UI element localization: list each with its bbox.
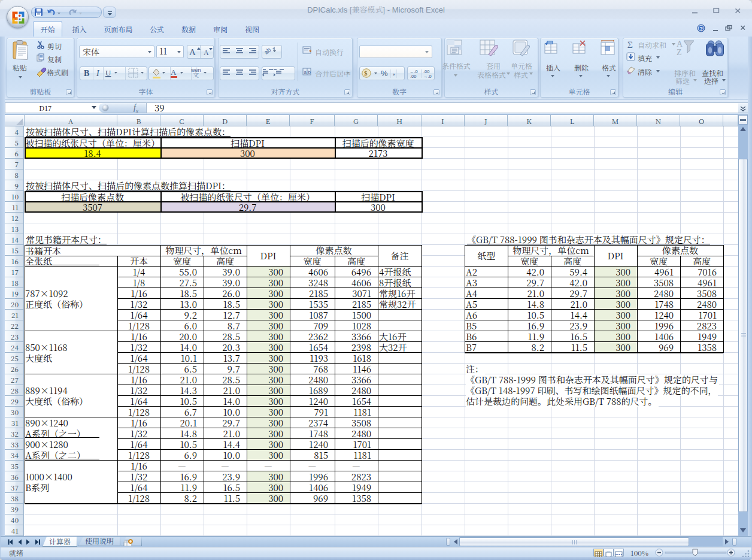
- svg-text:文: 文: [193, 70, 199, 79]
- svg-text:,: ,: [393, 67, 395, 77]
- svg-text:B: B: [84, 69, 89, 78]
- svg-text:b: b: [308, 69, 311, 75]
- svg-text:ab: ab: [263, 46, 272, 56]
- svg-text:A: A: [189, 47, 196, 57]
- svg-text:.00: .00: [410, 74, 416, 79]
- svg-text:A: A: [171, 68, 177, 77]
- svg-text:U: U: [105, 68, 111, 77]
- svg-text:A: A: [677, 40, 683, 49]
- svg-text:?: ?: [699, 26, 703, 32]
- svg-text:%: %: [381, 69, 388, 78]
- svg-text:Z: Z: [677, 48, 682, 57]
- svg-text:$: $: [364, 69, 368, 77]
- svg-text:a: a: [304, 69, 307, 75]
- svg-text:→.0: →.0: [423, 74, 432, 79]
- svg-text:A: A: [204, 49, 209, 57]
- svg-text:I: I: [96, 69, 100, 78]
